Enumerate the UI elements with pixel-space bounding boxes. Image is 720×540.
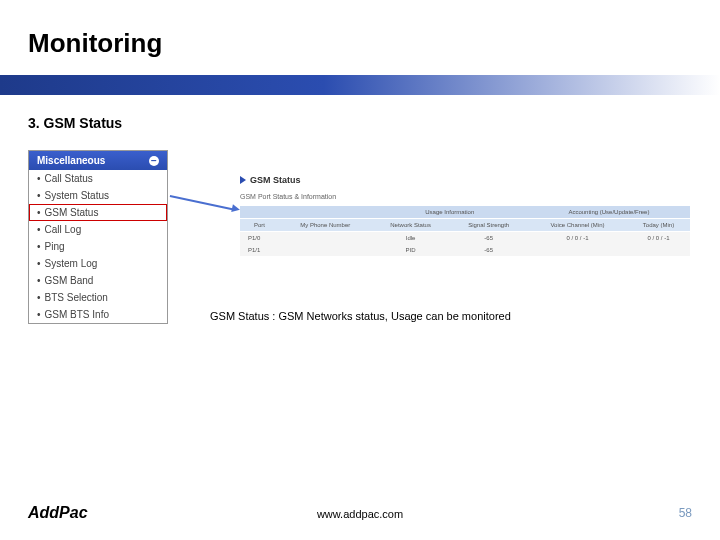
cell-num xyxy=(279,244,372,256)
sidebar-item-ping[interactable]: Ping xyxy=(29,238,167,255)
sidebar-title: Miscellaneous xyxy=(37,155,105,166)
page-number: 58 xyxy=(679,506,692,520)
th-port: Port xyxy=(240,219,279,232)
slide-header: Monitoring xyxy=(0,0,720,90)
caption-text: GSM Status : GSM Networks status, Usage … xyxy=(210,310,511,322)
cell-today: 0 / 0 / -1 xyxy=(627,232,690,245)
th-group-usage: Usage Information xyxy=(372,206,528,219)
sidebar-header[interactable]: Miscellaneous − xyxy=(29,151,167,170)
th-today: Today (Min) xyxy=(627,219,690,232)
cell-voice xyxy=(528,244,627,256)
cell-signal: -65 xyxy=(450,244,528,256)
cell-today xyxy=(627,244,690,256)
status-table: Usage Information Accounting (Use/Update… xyxy=(240,206,690,256)
th-voice: Voice Channel (Min) xyxy=(528,219,627,232)
sidebar-menu: Miscellaneous − Call Status System Statu… xyxy=(28,150,168,324)
slide-title: Monitoring xyxy=(28,28,162,59)
th-phone: My Phone Number xyxy=(279,219,372,232)
panel-subtitle: GSM Port Status & Information xyxy=(240,193,690,200)
table-row: P1/0 Idle -65 0 / 0 / -1 0 / 0 / -1 xyxy=(240,232,690,245)
sidebar-item-bts-selection[interactable]: BTS Selection xyxy=(29,289,167,306)
sidebar-item-gsm-status[interactable]: GSM Status xyxy=(29,204,167,221)
sidebar-item-call-status[interactable]: Call Status xyxy=(29,170,167,187)
cell-num xyxy=(279,232,372,245)
cell-port: P1/0 xyxy=(240,232,279,245)
cell-status: PID xyxy=(372,244,450,256)
th-group-accounting: Accounting (Use/Update/Free) xyxy=(528,206,690,219)
sidebar-item-call-log[interactable]: Call Log xyxy=(29,221,167,238)
pointer-arrow-line xyxy=(170,195,234,210)
cell-voice: 0 / 0 / -1 xyxy=(528,232,627,245)
gsm-status-panel: GSM Status GSM Port Status & Information… xyxy=(240,175,690,256)
collapse-icon[interactable]: − xyxy=(149,156,159,166)
footer-url: www.addpac.com xyxy=(0,508,720,520)
th-group-blank xyxy=(240,206,372,219)
sidebar-item-system-status[interactable]: System Status xyxy=(29,187,167,204)
sidebar-item-gsm-bts-info[interactable]: GSM BTS Info xyxy=(29,306,167,323)
title-underline xyxy=(0,75,720,95)
th-net: Network Status xyxy=(372,219,450,232)
cell-signal: -65 xyxy=(450,232,528,245)
th-signal: Signal Strength xyxy=(450,219,528,232)
sidebar-item-system-log[interactable]: System Log xyxy=(29,255,167,272)
cell-port: P1/1 xyxy=(240,244,279,256)
sidebar-item-gsm-band[interactable]: GSM Band xyxy=(29,272,167,289)
panel-title: GSM Status xyxy=(250,175,301,185)
cell-status: Idle xyxy=(372,232,450,245)
table-row: P1/1 PID -65 xyxy=(240,244,690,256)
panel-arrow-icon xyxy=(240,176,246,184)
section-heading: 3. GSM Status xyxy=(28,115,122,131)
